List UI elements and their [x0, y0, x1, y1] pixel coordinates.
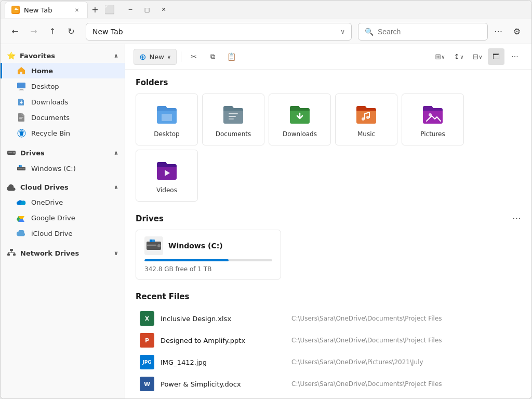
folder-pictures[interactable]: Pictures — [402, 94, 464, 145]
windows-drive-icon — [17, 164, 26, 173]
file-row-jpg[interactable]: JPG IMG_1412.jpg C:\Users\Sara\OneDrive\… — [136, 351, 521, 373]
sidebar-item-icloud[interactable]: iCloud Drive — [1, 225, 125, 241]
folder-downloads-icon — [287, 101, 312, 126]
up-button[interactable]: ↑ — [44, 23, 61, 40]
file-name-docx: Power & Simplicity.docx — [161, 380, 285, 388]
folder-pictures-label: Pictures — [420, 130, 445, 138]
title-bar: New Tab ✕ + ⬜ ─ □ ✕ — [1, 1, 531, 19]
svg-point-8 — [14, 152, 15, 154]
sidebar: ⭐ Favorites ∧ Home — [1, 44, 125, 398]
file-row-xlsx[interactable]: X Inclusive Design.xlsx C:\Users\Sara\On… — [136, 308, 521, 329]
maximize-button[interactable]: □ — [140, 3, 154, 17]
forward-button[interactable]: → — [25, 23, 42, 40]
sidebar-item-home-label: Home — [31, 67, 53, 75]
search-input[interactable] — [378, 28, 481, 36]
drives-label: Drives — [20, 149, 45, 157]
icloud-icon — [17, 229, 26, 238]
sidebar-item-icloud-label: iCloud Drive — [31, 230, 73, 237]
file-path-docx: C:\Users\Sara\OneDrive\Documents\Project… — [291, 380, 517, 388]
minimize-button[interactable]: ─ — [123, 3, 138, 17]
file-path-pptx: C:\Users\Sara\OneDrive\Documents\Project… — [291, 337, 517, 344]
recent-files-section: Recent Files X Inclusive Design.xlsx C:\… — [136, 292, 521, 398]
sidebar-item-documents-label: Documents — [31, 114, 70, 122]
content-inner: Folders Desktop — [125, 70, 531, 398]
sidebar-item-onedrive[interactable]: OneDrive — [1, 194, 125, 210]
back-button[interactable]: ← — [7, 23, 23, 40]
close-button[interactable]: ✕ — [156, 3, 171, 17]
copy-icon: ⧉ — [210, 52, 215, 61]
folder-downloads[interactable]: Downloads — [269, 94, 331, 145]
browser-window: New Tab ✕ + ⬜ ─ □ ✕ ← → — [0, 0, 532, 399]
search-bar[interactable]: 🔍 — [358, 23, 488, 41]
folder-documents-icon — [221, 101, 246, 126]
layout-button[interactable]: ⊟ ∨ — [469, 48, 486, 65]
sidebar-item-home[interactable]: Home — [1, 63, 125, 78]
file-path-xlsx: C:\Users\Sara\OneDrive\Documents\Project… — [291, 315, 517, 322]
file-row-docx[interactable]: W Power & Simplicity.docx C:\Users\Sara\… — [136, 373, 521, 395]
svg-rect-9 — [8, 152, 12, 153]
file-row-pptx[interactable]: P Designed to Amplify.pptx C:\Users\Sara… — [136, 329, 521, 351]
folder-desktop[interactable]: Desktop — [136, 94, 198, 145]
drive-header: Windows (C:) — [144, 236, 272, 255]
sort-button[interactable]: ↕ ∨ — [450, 48, 467, 65]
tab-list-button[interactable]: ⬜ — [102, 3, 117, 17]
settings-icon: ⚙ — [513, 26, 521, 36]
settings-button[interactable]: ⚙ — [509, 23, 525, 40]
sidebar-section-drives[interactable]: Drives ∧ — [1, 145, 125, 161]
sidebar-section-cloud[interactable]: Cloud Drives ∧ — [1, 180, 125, 194]
sidebar-section-network[interactable]: Network Drives ∨ — [1, 245, 125, 261]
more-button[interactable]: ··· — [507, 48, 523, 65]
close-icon: ✕ — [75, 7, 79, 13]
sidebar-item-recycle[interactable]: Recycle Bin — [1, 125, 125, 141]
file-path-jpg: C:\Users\Sara\OneDrive\Pictures\2021\Jul… — [291, 358, 517, 366]
desktop-icon — [17, 82, 26, 91]
drive-windows-icon — [144, 236, 163, 255]
view-button[interactable]: ⊞ ∨ — [432, 48, 448, 65]
recent-files-title: Recent Files — [136, 292, 521, 301]
sidebar-item-desktop[interactable]: Desktop — [1, 78, 125, 94]
svg-rect-19 — [229, 118, 234, 119]
paste-button[interactable]: 📋 — [223, 48, 240, 65]
sidebar-section-favorites[interactable]: ⭐ Favorites ∧ — [1, 48, 125, 63]
network-drives-label: Network Drives — [20, 249, 79, 257]
new-tab-button[interactable]: + — [88, 3, 102, 17]
pin-button[interactable]: 🗔 — [488, 48, 504, 65]
plus-icon: + — [91, 5, 98, 15]
sidebar-item-windows-label: Windows (C:) — [31, 165, 76, 172]
folder-music[interactable]: Music — [335, 94, 397, 145]
nav-extra-buttons: ⋯ ⚙ — [490, 23, 525, 40]
file-row-pdf[interactable]: PDF Open Standards.pdf C:\Users\Sara\Dow… — [136, 395, 521, 398]
copy-button[interactable]: ⧉ — [204, 48, 221, 65]
sidebar-item-downloads-label: Downloads — [31, 98, 68, 106]
svg-rect-14 — [7, 254, 10, 256]
extensions-button[interactable]: ⋯ — [490, 23, 507, 40]
drive-name: Windows (C:) — [168, 242, 223, 250]
home-icon — [17, 66, 26, 75]
search-icon: 🔍 — [365, 28, 374, 36]
folders-section: Folders Desktop — [136, 78, 521, 202]
address-chevron-icon: ∨ — [340, 28, 345, 35]
tab-close-button[interactable]: ✕ — [73, 6, 81, 14]
address-bar[interactable]: New Tab ∨ — [86, 23, 352, 41]
folder-videos[interactable]: Videos — [136, 150, 198, 202]
active-tab[interactable]: New Tab ✕ — [5, 2, 88, 18]
sidebar-item-windows-c[interactable]: Windows (C:) — [1, 161, 125, 176]
drive-progress-fill — [144, 259, 229, 261]
new-button[interactable]: ⊕ New ∨ — [134, 49, 177, 65]
sidebar-item-desktop-label: Desktop — [31, 83, 59, 90]
refresh-icon: ↻ — [68, 26, 74, 36]
refresh-button[interactable]: ↻ — [63, 23, 79, 40]
sidebar-item-recycle-label: Recycle Bin — [31, 129, 70, 137]
tab-list-icon: ⬜ — [104, 5, 115, 15]
cut-button[interactable]: ✂ — [185, 48, 202, 65]
folder-documents[interactable]: Documents — [202, 94, 264, 145]
svg-rect-4 — [19, 117, 23, 117]
sidebar-item-documents[interactable]: Documents — [1, 110, 125, 125]
sidebar-item-downloads[interactable]: Downloads — [1, 94, 125, 110]
up-icon: ↑ — [49, 26, 56, 36]
drives-more-button[interactable]: ··· — [512, 214, 521, 223]
svg-rect-5 — [19, 118, 22, 119]
sidebar-item-google-drive[interactable]: Google Drive — [1, 210, 125, 225]
folder-music-icon — [354, 101, 379, 126]
drive-card-windows[interactable]: Windows (C:) 342.8 GB free of 1 TB — [136, 230, 281, 280]
